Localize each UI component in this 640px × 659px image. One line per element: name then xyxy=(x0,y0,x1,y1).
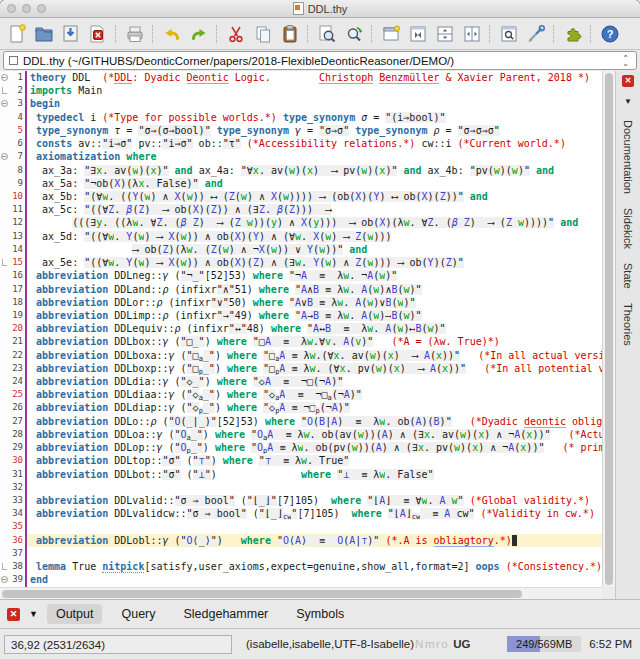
tab-sledgehammer[interactable]: Sledgehammer xyxy=(175,604,278,624)
code-line[interactable]: 11 ax_5c: "((∀Z. β(Z) ⟶ ob(X)(Z)) ∧ (∃Z.… xyxy=(0,203,602,216)
open-file-button[interactable] xyxy=(30,20,57,47)
code-line[interactable]: 9 ax_5a: "¬ob(X)(λx. False)" and xyxy=(0,177,602,190)
line-number: 3 xyxy=(9,97,25,110)
code-line[interactable]: 23 abbreviation DDLboxp::γ ("□p_") where… xyxy=(0,362,602,375)
code-line[interactable]: 4 typedecl i (*Type for possible worlds.… xyxy=(0,111,602,124)
toolbar-separator xyxy=(152,25,154,43)
code-line[interactable]: 26 abbreviation DDLdiap::γ ("◇p_") where… xyxy=(0,401,602,414)
line-number: 10 xyxy=(9,190,25,203)
new-file-button[interactable] xyxy=(3,20,30,47)
help-button[interactable]: ? xyxy=(596,20,623,47)
vertical-scrollbar-thumb[interactable] xyxy=(605,73,613,585)
dock-tab-state[interactable]: State xyxy=(622,263,634,289)
code-line[interactable]: 25 abbreviation DDLdiaa::γ ("◇a_") where… xyxy=(0,388,602,401)
fold-marker-icon[interactable]: − xyxy=(0,573,9,586)
tab-symbols[interactable]: Symbols xyxy=(287,604,353,624)
tab-query[interactable]: Query xyxy=(112,604,164,624)
code-line[interactable]: 38 lemma True nitpick[satisfy,user_axiom… xyxy=(0,560,602,573)
file-browser-button[interactable] xyxy=(495,20,522,47)
code-line[interactable]: 37 xyxy=(0,547,602,560)
dock-menu-caret-icon[interactable]: ▼ xyxy=(624,97,632,106)
find-replace-button[interactable] xyxy=(340,20,367,47)
new-view-button[interactable] xyxy=(377,20,404,47)
fold-marker-icon[interactable] xyxy=(0,256,9,269)
code-text: abbreviation DDLboxp::γ ("□p_") where "□… xyxy=(25,362,602,375)
line-number: 5 xyxy=(9,124,25,137)
tab-output[interactable]: Output xyxy=(47,604,103,624)
fold-marker-icon[interactable] xyxy=(0,560,9,573)
code-line[interactable]: 21 abbreviation DDLbox::γ ("□_") where "… xyxy=(0,335,602,348)
print-button[interactable] xyxy=(121,20,148,47)
jedit-window: DDL.thy ? DDL.thy (~/GITHUBS/DeonticCorn… xyxy=(0,0,640,659)
plugin-manager-button[interactable] xyxy=(559,20,586,47)
close-buffer-button[interactable] xyxy=(84,20,111,47)
code-line[interactable]: 31 abbreviation DDLbot::"σ" ("⊥") where … xyxy=(0,468,602,481)
code-line[interactable]: 27 abbreviation DDLo::ρ ("O(_|_)"[52]53)… xyxy=(0,415,602,428)
code-line[interactable]: −39end xyxy=(0,573,602,586)
code-line[interactable]: 2imports Main xyxy=(0,84,602,97)
split-vertical-button[interactable] xyxy=(458,20,485,47)
find-button[interactable] xyxy=(313,20,340,47)
vertical-scrollbar[interactable] xyxy=(602,71,615,587)
code-line[interactable]: 15 ax_5e: "((∀w. Y(w) ⟶ X(w)) ∧ ob(X)(Z)… xyxy=(0,256,602,269)
copy-button[interactable] xyxy=(249,20,276,47)
code-line[interactable]: 28 abbreviation DDLoa::γ ("Oa_") where "… xyxy=(0,428,602,441)
buffer-switcher[interactable]: DDL.thy (~/GITHUBS/DeonticCorner/papers/… xyxy=(3,51,637,70)
horizontal-scrollbar-thumb[interactable] xyxy=(2,590,522,598)
undo-button[interactable] xyxy=(158,20,185,47)
code-line[interactable]: −1theory DDL (*DDL: Dyadic Deontic Logic… xyxy=(0,71,602,84)
fold-marker-icon[interactable]: − xyxy=(0,71,9,84)
code-line[interactable]: 34 abbreviation DDLvalidcw::"σ ⇒ bool" (… xyxy=(0,507,602,520)
dock-close-icon[interactable]: ✕ xyxy=(622,75,634,87)
line-number: 25 xyxy=(9,388,25,401)
code-line[interactable]: 8 ax_3a: "∃x. av(w)(x)" and ax_4a: "∀x. … xyxy=(0,164,602,177)
code-line[interactable]: 13 ax_5d: "((∀w. Y(w) ⟶ X(w)) ∧ ob(X)(Y)… xyxy=(0,230,602,243)
save-file-button[interactable] xyxy=(57,20,84,47)
fold-marker-icon[interactable] xyxy=(0,84,9,97)
code-line[interactable]: 12 (((∃y. ((λw. ∀Z. (β Z) ⟶ (Z w))(y) ∧ … xyxy=(0,216,602,229)
settings-button[interactable] xyxy=(522,20,549,47)
code-line[interactable]: 16 abbreviation DDLneg::γ ("¬_"[52]53) w… xyxy=(0,269,602,282)
redo-button[interactable] xyxy=(185,20,212,47)
buffer-dropdown-stepper[interactable]: ⌃⌄ xyxy=(620,56,631,66)
code-editor[interactable]: −1theory DDL (*DDL: Dyadic Deontic Logic… xyxy=(0,71,602,587)
fold-gutter xyxy=(0,269,9,282)
code-line[interactable]: 35 xyxy=(0,520,602,533)
fold-marker-icon[interactable]: − xyxy=(0,97,9,110)
dock-tab-documentation[interactable]: Documentation xyxy=(622,120,634,194)
code-line[interactable]: 22 abbreviation DDLboxa::γ ("□a_") where… xyxy=(0,349,602,362)
unsplit-button[interactable] xyxy=(404,20,431,47)
horizontal-scrollbar[interactable] xyxy=(0,587,602,599)
code-line[interactable]: 29 abbreviation DDLop::γ ("Op_") where "… xyxy=(0,441,602,454)
code-line[interactable]: 32 xyxy=(0,481,602,494)
cut-button[interactable] xyxy=(222,20,249,47)
fold-marker-icon[interactable]: − xyxy=(0,150,9,163)
split-horizontal-button[interactable] xyxy=(431,20,458,47)
dock-tab-theories[interactable]: Theories xyxy=(622,303,634,346)
code-line[interactable]: 10 ax_5b: "(∀w. ((Y(w) ∧ X(w)) ⟷ (Z(w) ∧… xyxy=(0,190,602,203)
code-line[interactable]: 24 abbreviation DDLdia::γ ("◇_") where "… xyxy=(0,375,602,388)
code-text: typedecl i (*Type for possible worlds.*)… xyxy=(25,111,602,124)
memory-gauge[interactable]: 249/569MB xyxy=(507,636,581,652)
code-line[interactable]: 30 abbreviation DDLtop::"σ" ("⊤") where … xyxy=(0,454,602,467)
code-line[interactable]: 17 abbreviation DDLand::ρ (infixr"∧"51) … xyxy=(0,283,602,296)
code-line[interactable]: −3begin xyxy=(0,97,602,110)
code-line[interactable]: −7 axiomatization where xyxy=(0,150,602,163)
code-line[interactable]: 18 abbreviation DDLor::ρ (infixr"∨"50) w… xyxy=(0,296,602,309)
code-line[interactable]: 20 abbreviation DDLequiv::ρ (infixr"↔"48… xyxy=(0,322,602,335)
code-line[interactable]: 5 type_synonym τ = "σ⇒(σ⇒bool)" type_syn… xyxy=(0,124,602,137)
code-line[interactable]: 36 abbreviation DDLobl::γ ("O⟨_⟩") where… xyxy=(0,534,602,547)
fold-gutter xyxy=(0,190,9,203)
bottom-dock-close-icon[interactable]: ✕ xyxy=(7,608,20,621)
paste-button[interactable] xyxy=(276,20,303,47)
code-line[interactable]: 6 consts av::"i⇒σ" pv::"i⇒σ" ob::"τ" (*A… xyxy=(0,137,602,150)
code-line[interactable]: 14 ⟶ ob(Z)(λw. (Z(w) ∧ ¬X(w)) ∨ Y(w))" a… xyxy=(0,243,602,256)
code-line[interactable]: 19 abbreviation DDLimp::ρ (infixr"→"49) … xyxy=(0,309,602,322)
bottom-dock-menu-caret-icon[interactable]: ▼ xyxy=(29,609,38,619)
fold-gutter xyxy=(0,468,9,481)
line-number: 37 xyxy=(9,547,25,560)
line-number: 22 xyxy=(9,349,25,362)
dock-tab-sidekick[interactable]: Sidekick xyxy=(622,208,634,249)
fold-gutter xyxy=(0,454,9,467)
code-line[interactable]: 33 abbreviation DDLvalid::"σ ⇒ bool" ("⌊… xyxy=(0,494,602,507)
